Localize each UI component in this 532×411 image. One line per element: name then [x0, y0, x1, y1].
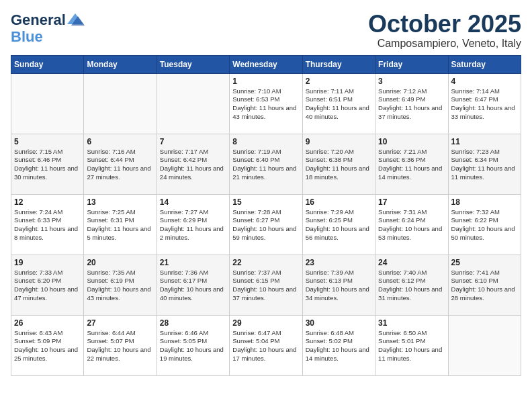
day-number: 30	[306, 318, 372, 328]
calendar-cell: 6Sunrise: 7:16 AM Sunset: 6:44 PM Daylig…	[84, 134, 157, 194]
calendar-cell: 23Sunrise: 7:39 AM Sunset: 6:13 PM Dayli…	[302, 255, 375, 315]
calendar-cell: 16Sunrise: 7:29 AM Sunset: 6:25 PM Dayli…	[302, 194, 375, 255]
calendar-week-4: 26Sunrise: 6:43 AM Sunset: 5:09 PM Dayli…	[11, 315, 521, 375]
day-number: 14	[160, 197, 226, 207]
calendar-cell: 19Sunrise: 7:33 AM Sunset: 6:20 PM Dayli…	[11, 255, 84, 315]
logo: General Blue	[11, 11, 85, 44]
day-number: 25	[451, 258, 518, 267]
cell-content: Sunrise: 6:46 AM Sunset: 5:05 PM Dayligh…	[160, 329, 226, 363]
calendar-cell: 31Sunrise: 6:50 AM Sunset: 5:01 PM Dayli…	[375, 315, 448, 375]
cell-content: Sunrise: 7:24 AM Sunset: 6:33 PM Dayligh…	[14, 208, 81, 242]
calendar-cell: 11Sunrise: 7:23 AM Sunset: 6:34 PM Dayli…	[448, 134, 521, 194]
calendar-cell: 9Sunrise: 7:20 AM Sunset: 6:38 PM Daylig…	[302, 134, 375, 194]
day-number: 8	[232, 137, 299, 146]
page-header: General Blue October 2025 Camposampiero,…	[11, 11, 521, 50]
cell-content: Sunrise: 7:19 AM Sunset: 6:40 PM Dayligh…	[232, 148, 299, 182]
cell-content: Sunrise: 7:35 AM Sunset: 6:19 PM Dayligh…	[87, 269, 153, 303]
day-number: 24	[378, 258, 445, 267]
calendar-cell: 29Sunrise: 6:47 AM Sunset: 5:04 PM Dayli…	[230, 315, 302, 375]
calendar-cell: 15Sunrise: 7:28 AM Sunset: 6:27 PM Dayli…	[230, 194, 302, 255]
calendar-cell: 17Sunrise: 7:31 AM Sunset: 6:24 PM Dayli…	[375, 194, 448, 255]
cell-content: Sunrise: 7:37 AM Sunset: 6:15 PM Dayligh…	[232, 269, 299, 303]
day-number: 16	[306, 197, 372, 207]
day-number: 27	[87, 318, 153, 328]
logo-blue: Blue	[11, 30, 43, 44]
dow-friday: Friday	[375, 55, 448, 73]
cell-content: Sunrise: 7:16 AM Sunset: 6:44 PM Dayligh…	[87, 148, 153, 182]
day-number: 20	[87, 258, 153, 267]
cell-content: Sunrise: 7:27 AM Sunset: 6:29 PM Dayligh…	[160, 208, 226, 242]
cell-content: Sunrise: 7:21 AM Sunset: 6:36 PM Dayligh…	[378, 148, 445, 182]
day-number: 12	[14, 197, 81, 207]
day-number: 1	[232, 77, 299, 86]
logo-icon	[66, 11, 85, 30]
calendar-week-0: 1Sunrise: 7:10 AM Sunset: 6:53 PM Daylig…	[11, 73, 521, 134]
cell-content: Sunrise: 6:47 AM Sunset: 5:04 PM Dayligh…	[232, 329, 299, 363]
calendar-cell: 14Sunrise: 7:27 AM Sunset: 6:29 PM Dayli…	[157, 194, 229, 255]
cell-content: Sunrise: 7:23 AM Sunset: 6:34 PM Dayligh…	[451, 148, 518, 182]
cell-content: Sunrise: 7:10 AM Sunset: 6:53 PM Dayligh…	[232, 87, 299, 122]
day-number: 10	[378, 137, 445, 146]
cell-content: Sunrise: 7:41 AM Sunset: 6:10 PM Dayligh…	[451, 269, 518, 303]
month-title: October 2025	[368, 11, 521, 38]
day-number: 21	[160, 258, 226, 267]
calendar-cell: 26Sunrise: 6:43 AM Sunset: 5:09 PM Dayli…	[11, 315, 84, 375]
calendar-cell: 25Sunrise: 7:41 AM Sunset: 6:10 PM Dayli…	[448, 255, 521, 315]
calendar-cell: 27Sunrise: 6:44 AM Sunset: 5:07 PM Dayli…	[84, 315, 157, 375]
cell-content: Sunrise: 7:14 AM Sunset: 6:47 PM Dayligh…	[451, 87, 518, 122]
day-number: 2	[306, 77, 372, 86]
day-number: 7	[160, 137, 226, 146]
calendar-table: SundayMondayTuesdayWednesdayThursdayFrid…	[11, 55, 521, 376]
dow-tuesday: Tuesday	[157, 55, 229, 73]
calendar-cell: 18Sunrise: 7:32 AM Sunset: 6:22 PM Dayli…	[448, 194, 521, 255]
calendar-cell: 5Sunrise: 7:15 AM Sunset: 6:46 PM Daylig…	[11, 134, 84, 194]
calendar-cell: 4Sunrise: 7:14 AM Sunset: 6:47 PM Daylig…	[448, 73, 521, 134]
day-number: 5	[14, 137, 81, 146]
cell-content: Sunrise: 7:33 AM Sunset: 6:20 PM Dayligh…	[14, 269, 81, 303]
dow-monday: Monday	[84, 55, 157, 73]
day-number: 26	[14, 318, 81, 328]
day-number: 29	[232, 318, 299, 328]
day-number: 9	[306, 137, 372, 146]
calendar-week-1: 5Sunrise: 7:15 AM Sunset: 6:46 PM Daylig…	[11, 134, 521, 194]
cell-content: Sunrise: 7:40 AM Sunset: 6:12 PM Dayligh…	[378, 269, 445, 303]
calendar-cell	[11, 73, 84, 134]
cell-content: Sunrise: 7:20 AM Sunset: 6:38 PM Dayligh…	[306, 148, 372, 182]
cell-content: Sunrise: 7:29 AM Sunset: 6:25 PM Dayligh…	[306, 208, 372, 242]
day-number: 11	[451, 137, 518, 146]
calendar-cell: 8Sunrise: 7:19 AM Sunset: 6:40 PM Daylig…	[230, 134, 302, 194]
calendar-cell: 2Sunrise: 7:11 AM Sunset: 6:51 PM Daylig…	[302, 73, 375, 134]
cell-content: Sunrise: 7:36 AM Sunset: 6:17 PM Dayligh…	[160, 269, 226, 303]
day-number: 3	[378, 77, 445, 86]
logo-text: General	[11, 13, 66, 28]
dow-sunday: Sunday	[11, 55, 84, 73]
day-number: 4	[451, 77, 518, 86]
calendar-cell: 1Sunrise: 7:10 AM Sunset: 6:53 PM Daylig…	[230, 73, 302, 134]
cell-content: Sunrise: 6:44 AM Sunset: 5:07 PM Dayligh…	[87, 329, 153, 363]
cell-content: Sunrise: 7:31 AM Sunset: 6:24 PM Dayligh…	[378, 208, 445, 242]
calendar-cell: 30Sunrise: 6:48 AM Sunset: 5:02 PM Dayli…	[302, 315, 375, 375]
cell-content: Sunrise: 7:17 AM Sunset: 6:42 PM Dayligh…	[160, 148, 226, 182]
cell-content: Sunrise: 7:32 AM Sunset: 6:22 PM Dayligh…	[451, 208, 518, 242]
dow-saturday: Saturday	[448, 55, 521, 73]
calendar-cell: 24Sunrise: 7:40 AM Sunset: 6:12 PM Dayli…	[375, 255, 448, 315]
calendar-cell	[157, 73, 229, 134]
day-number: 22	[232, 258, 299, 267]
cell-content: Sunrise: 6:48 AM Sunset: 5:02 PM Dayligh…	[306, 329, 372, 363]
day-number: 17	[378, 197, 445, 207]
calendar-week-3: 19Sunrise: 7:33 AM Sunset: 6:20 PM Dayli…	[11, 255, 521, 315]
calendar-cell: 7Sunrise: 7:17 AM Sunset: 6:42 PM Daylig…	[157, 134, 229, 194]
day-number: 28	[160, 318, 226, 328]
calendar-cell: 13Sunrise: 7:25 AM Sunset: 6:31 PM Dayli…	[84, 194, 157, 255]
day-number: 15	[232, 197, 299, 207]
calendar-cell: 22Sunrise: 7:37 AM Sunset: 6:15 PM Dayli…	[230, 255, 302, 315]
cell-content: Sunrise: 7:28 AM Sunset: 6:27 PM Dayligh…	[232, 208, 299, 242]
day-number: 18	[451, 197, 518, 207]
cell-content: Sunrise: 6:43 AM Sunset: 5:09 PM Dayligh…	[14, 329, 81, 363]
day-number: 6	[87, 137, 153, 146]
cell-content: Sunrise: 7:11 AM Sunset: 6:51 PM Dayligh…	[306, 87, 372, 122]
cell-content: Sunrise: 7:39 AM Sunset: 6:13 PM Dayligh…	[306, 269, 372, 303]
day-number: 31	[378, 318, 445, 328]
calendar-cell: 3Sunrise: 7:12 AM Sunset: 6:49 PM Daylig…	[375, 73, 448, 134]
dow-thursday: Thursday	[302, 55, 375, 73]
